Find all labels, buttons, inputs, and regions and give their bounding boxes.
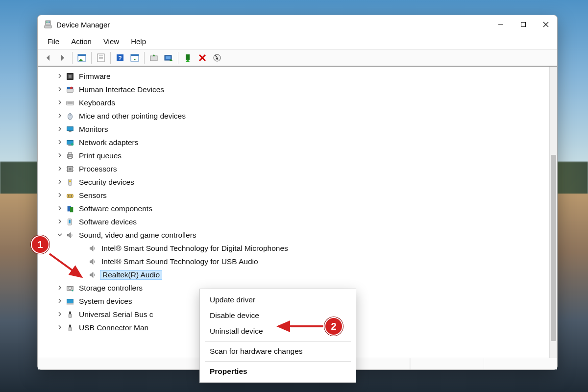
expand-icon[interactable]: [55, 86, 64, 93]
annotation-arrow-1: [47, 250, 91, 284]
svg-rect-3: [45, 25, 51, 28]
show-hide-tree-button[interactable]: [74, 51, 89, 64]
expand-icon[interactable]: [55, 166, 64, 172]
svg-rect-64: [69, 327, 71, 331]
svg-rect-26: [67, 89, 74, 92]
security-icon: [65, 177, 75, 187]
tree-item[interactable]: Network adapters: [38, 136, 549, 149]
svg-rect-34: [67, 126, 74, 130]
svg-rect-2: [49, 22, 50, 23]
expand-icon[interactable]: [55, 113, 64, 120]
tree-item[interactable]: Mice and other pointing devices: [38, 109, 549, 122]
help-button[interactable]: ?: [113, 51, 127, 64]
disable-device-button[interactable]: [210, 51, 224, 64]
tree-item[interactable]: Sensors: [38, 189, 549, 202]
svg-rect-17: [131, 54, 139, 56]
add-legacy-button[interactable]: [161, 51, 176, 64]
svg-rect-18: [150, 56, 157, 61]
svg-rect-0: [46, 21, 51, 25]
minimize-button[interactable]: [490, 17, 512, 32]
tree-item[interactable]: Sound, video and game controllers: [38, 228, 549, 242]
network-icon: [65, 138, 75, 147]
svg-rect-54: [70, 207, 73, 212]
expand-icon[interactable]: [55, 99, 64, 106]
tree-item-label: Universal Serial Bus c: [78, 310, 154, 319]
tree-item-label: Software devices: [78, 218, 138, 226]
tree-item-label: Network adapters: [78, 138, 139, 147]
firmware-icon: [65, 72, 75, 81]
tree-item[interactable]: Intel® Smart Sound Technology for Digita…: [38, 242, 549, 255]
tree-item[interactable]: Monitors: [38, 122, 549, 136]
expand-icon[interactable]: [55, 298, 64, 305]
tree-item-label: Human Interface Devices: [78, 85, 165, 94]
scan-hardware-button[interactable]: [127, 51, 142, 64]
expand-icon[interactable]: [55, 73, 64, 80]
scrollbar[interactable]: [549, 67, 557, 358]
svg-rect-49: [69, 180, 71, 182]
context-menu-separator: [205, 341, 351, 342]
maximize-button[interactable]: [512, 17, 535, 32]
expand-icon[interactable]: [55, 219, 64, 225]
expand-icon[interactable]: [55, 179, 64, 186]
svg-rect-59: [67, 299, 74, 303]
properties-button[interactable]: [94, 51, 108, 64]
tree-item[interactable]: Software devices: [38, 215, 549, 228]
tree-item-label: Firmware: [78, 72, 112, 81]
svg-rect-35: [69, 131, 71, 132]
expand-icon[interactable]: [55, 192, 64, 199]
svg-point-38: [71, 143, 74, 145]
menubar: File Action View Help: [38, 34, 557, 49]
tree-item[interactable]: Software components: [38, 202, 549, 215]
context-menu-item[interactable]: Properties: [200, 364, 356, 379]
sound-icon: [65, 230, 75, 240]
toolbar: ?: [38, 49, 557, 66]
expand-icon[interactable]: [55, 311, 64, 318]
collapse-icon[interactable]: [55, 232, 64, 239]
tree-item-label: USB Connector Man: [78, 323, 149, 332]
expand-icon[interactable]: [55, 126, 64, 133]
enable-device-button[interactable]: [180, 51, 195, 64]
svg-rect-10: [98, 54, 104, 62]
sensor-icon: [65, 191, 75, 200]
svg-rect-62: [69, 314, 71, 318]
tree-item[interactable]: Human Interface Devices: [38, 83, 549, 96]
tree-item[interactable]: Security devices: [38, 175, 549, 189]
tree-item-label: Keyboards: [78, 98, 116, 107]
tree-item[interactable]: Print queues: [38, 149, 549, 162]
menu-view[interactable]: View: [98, 35, 125, 48]
uninstall-device-button[interactable]: [195, 51, 210, 64]
expand-icon[interactable]: [55, 324, 64, 331]
storage-icon: [65, 283, 75, 293]
tree-item[interactable]: Realtek(R) Audio: [38, 268, 549, 281]
tree-item[interactable]: Firmware: [38, 70, 549, 83]
menu-file[interactable]: File: [42, 35, 65, 48]
context-menu-item[interactable]: Scan for hardware changes: [200, 343, 356, 359]
back-button[interactable]: [41, 51, 55, 64]
expand-icon[interactable]: [55, 205, 64, 212]
expand-icon[interactable]: [55, 152, 64, 159]
expand-icon[interactable]: [55, 139, 64, 146]
menu-action[interactable]: Action: [65, 35, 98, 48]
svg-rect-61: [69, 311, 71, 314]
tree-item-label: Mice and other pointing devices: [78, 112, 187, 121]
tree-item-label: Sensors: [78, 191, 108, 200]
keyboard-icon: [65, 98, 75, 108]
svg-text:?: ?: [118, 55, 122, 62]
svg-point-52: [71, 195, 72, 196]
svg-point-51: [68, 195, 70, 196]
expand-icon[interactable]: [55, 285, 64, 292]
update-driver-button[interactable]: [147, 51, 161, 64]
context-menu-item[interactable]: Update driver: [200, 292, 356, 308]
tree-item-label: System devices: [78, 297, 133, 306]
tree-item[interactable]: Keyboards: [38, 96, 549, 109]
tree-item-label: Processors: [78, 165, 118, 173]
svg-rect-41: [68, 156, 72, 158]
close-button[interactable]: [535, 17, 557, 32]
forward-button[interactable]: [55, 51, 70, 64]
tree-item[interactable]: Intel® Smart Sound Technology for USB Au…: [38, 255, 549, 268]
tree-item[interactable]: Processors: [38, 162, 549, 175]
titlebar[interactable]: Device Manager: [38, 15, 557, 34]
printer-icon: [65, 151, 75, 161]
menu-help[interactable]: Help: [125, 35, 152, 48]
scrollbar-thumb[interactable]: [551, 155, 556, 341]
